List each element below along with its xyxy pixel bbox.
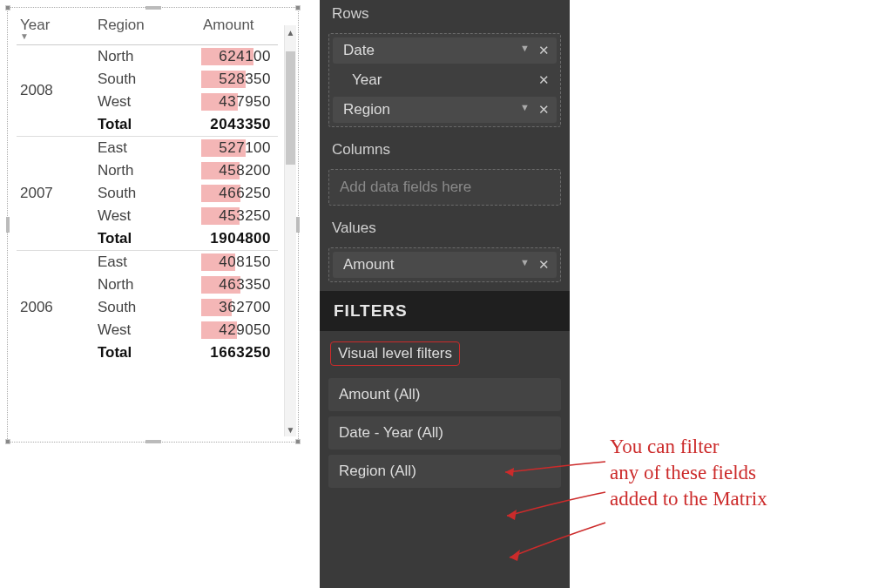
scrollbar-thumb[interactable] (286, 51, 295, 165)
total-label: Total (94, 341, 199, 364)
region-cell: North (94, 45, 199, 69)
total-label: Total (94, 113, 199, 137)
total-value: 1663250 (199, 341, 278, 364)
annotation-text: You can filter any of these fields added… (610, 434, 889, 512)
placeholder-text: Add data fields here (340, 179, 471, 195)
total-label: Total (94, 227, 199, 251)
table-row: 2008North624100 (17, 45, 278, 69)
close-icon[interactable]: ✕ (538, 72, 550, 88)
svg-marker-1 (507, 510, 517, 520)
pill-label: Date (343, 42, 375, 59)
total-value: 1904800 (199, 227, 278, 251)
scroll-down-icon[interactable]: ▼ (285, 422, 296, 436)
pill-label: Amount (343, 256, 395, 274)
region-cell: North (94, 274, 199, 296)
region-cell: South (94, 182, 199, 205)
year-cell: 2006 (17, 251, 94, 365)
filter-pill[interactable]: Date - Year (All) (328, 416, 561, 449)
values-well[interactable]: Amount ▼ ✕ (328, 247, 561, 282)
close-icon[interactable]: ✕ (538, 102, 550, 118)
values-label: Values (320, 214, 570, 244)
columns-label: Columns (320, 136, 570, 166)
rows-label: Rows (320, 0, 570, 30)
visual-level-filters-label: Visual level filters (330, 341, 460, 366)
columns-well[interactable]: Add data fields here (328, 169, 561, 206)
amount-cell: 429050 (199, 319, 278, 341)
filter-pill[interactable]: Amount (All) (328, 378, 561, 411)
region-cell: North (94, 159, 199, 182)
svg-marker-0 (505, 468, 514, 476)
chevron-down-icon[interactable]: ▼ (520, 43, 530, 58)
sort-desc-icon: ▼ (20, 34, 85, 39)
field-pill-year[interactable]: Year ✕ (333, 67, 557, 93)
col-header-amount[interactable]: Amount (199, 13, 278, 45)
amount-cell: 463350 (199, 274, 278, 296)
year-cell: 2008 (17, 45, 94, 137)
region-cell: South (94, 68, 199, 91)
field-pill-region[interactable]: Region ▼ ✕ (333, 97, 557, 123)
pill-label: Year (352, 71, 382, 89)
amount-cell: 527100 (199, 137, 278, 160)
amount-cell: 437950 (199, 91, 278, 113)
chevron-down-icon[interactable]: ▼ (520, 257, 530, 273)
table-row: 2007East527100 (17, 137, 278, 160)
amount-cell: 458200 (199, 159, 278, 182)
amount-cell: 466250 (199, 182, 278, 205)
scroll-up-icon[interactable]: ▲ (285, 25, 296, 39)
filters-header: FILTERS (320, 291, 570, 331)
region-cell: West (94, 91, 199, 113)
scrollbar[interactable]: ▲ ▼ (284, 25, 296, 436)
chevron-down-icon[interactable]: ▼ (520, 102, 530, 118)
region-cell: South (94, 296, 199, 319)
amount-cell: 528350 (199, 68, 278, 91)
region-cell: East (94, 137, 199, 160)
matrix-table: Year ▼ Region Amount 2008North624100Sout… (17, 13, 278, 364)
col-header-year[interactable]: Year ▼ (17, 13, 94, 45)
close-icon[interactable]: ✕ (538, 257, 550, 273)
matrix-visual[interactable]: Year ▼ Region Amount 2008North624100Sout… (7, 7, 299, 443)
year-cell: 2007 (17, 137, 94, 251)
region-cell: East (94, 251, 199, 274)
region-cell: West (94, 319, 199, 341)
region-cell: West (94, 205, 199, 227)
amount-cell: 453250 (199, 205, 278, 227)
svg-marker-2 (510, 550, 520, 561)
table-row: 2006East408150 (17, 251, 278, 274)
amount-cell: 624100 (199, 45, 278, 69)
amount-cell: 362700 (199, 296, 278, 319)
field-pill-date[interactable]: Date ▼ ✕ (333, 37, 557, 64)
close-icon[interactable]: ✕ (538, 43, 550, 58)
rows-well[interactable]: Date ▼ ✕ Year ✕ Region ▼ ✕ (328, 33, 561, 127)
pill-label: Region (343, 101, 390, 118)
field-pill-amount[interactable]: Amount ▼ ✕ (333, 252, 557, 278)
total-value: 2043350 (199, 113, 278, 137)
amount-cell: 408150 (199, 251, 278, 274)
col-header-region[interactable]: Region (94, 13, 199, 45)
